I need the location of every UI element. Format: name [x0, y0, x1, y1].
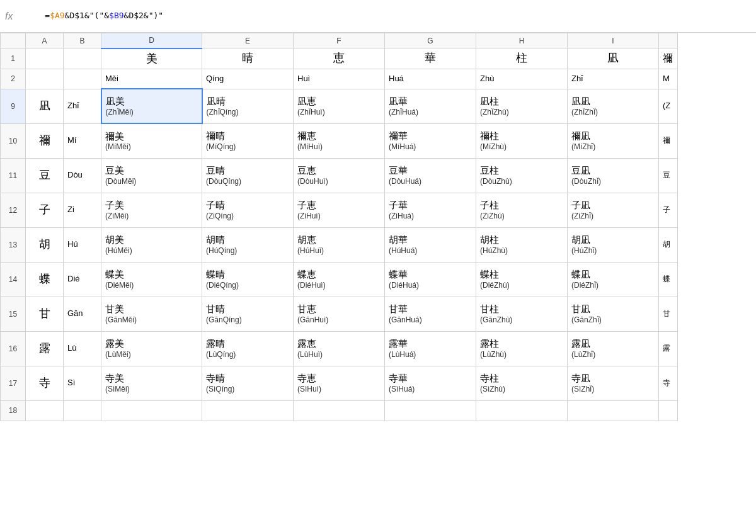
cell-h1[interactable]: 柱: [476, 48, 568, 69]
cell-d10[interactable]: 禰美 (MíMěi): [101, 123, 202, 158]
cell-g1[interactable]: 華: [385, 48, 476, 69]
cell-f2[interactable]: Huì: [294, 69, 385, 89]
cell-a11[interactable]: 豆: [26, 158, 64, 193]
cell-h18[interactable]: [476, 400, 568, 421]
cell-a16[interactable]: 露: [26, 331, 64, 366]
cell-f15[interactable]: 甘恵 (GānHuì): [294, 297, 385, 331]
cell-h17[interactable]: 寺柱 (SìZhù): [476, 366, 568, 400]
col-header-i[interactable]: I: [568, 33, 659, 48]
cell-h9[interactable]: 凪柱 (ZhǐZhù): [476, 89, 568, 123]
cell-d2[interactable]: Měi: [101, 69, 202, 89]
cell-h10[interactable]: 禰柱 (MíZhù): [476, 123, 568, 158]
cell-g2[interactable]: Huá: [385, 69, 476, 89]
cell-i11[interactable]: 豆凪 (DòuZhǐ): [568, 158, 659, 193]
col-header-g[interactable]: G: [385, 33, 476, 48]
cell-b17[interactable]: Sì: [64, 366, 101, 400]
spreadsheet[interactable]: A B D E F G H I 1 美 晴 恵 華 柱 凪: [0, 33, 756, 532]
cell-d17[interactable]: 寺美 (SìMěi): [101, 366, 202, 400]
cell-g17[interactable]: 寺華 (SìHuá): [385, 366, 476, 400]
cell-f18[interactable]: [294, 400, 385, 421]
cell-h16[interactable]: 露柱 (LùZhù): [476, 331, 568, 366]
cell-d11[interactable]: 豆美 (DòuMěi): [101, 158, 202, 193]
cell-b1[interactable]: [64, 48, 101, 69]
cell-e14[interactable]: 蝶晴 (DiéQíng): [202, 262, 294, 297]
cell-a9[interactable]: 凪: [26, 89, 64, 123]
cell-a13[interactable]: 胡: [26, 227, 64, 262]
cell-e11[interactable]: 豆晴 (DòuQíng): [202, 158, 294, 193]
cell-g11[interactable]: 豆華 (DòuHuá): [385, 158, 476, 193]
cell-f11[interactable]: 豆恵 (DòuHuì): [294, 158, 385, 193]
cell-e17[interactable]: 寺晴 (SìQíng): [202, 366, 294, 400]
cell-h11[interactable]: 豆柱 (DòuZhù): [476, 158, 568, 193]
cell-d13[interactable]: 胡美 (HúMěi): [101, 227, 202, 262]
cell-f9[interactable]: 凪恵 (ZhǐHuì): [294, 89, 385, 123]
cell-g10[interactable]: 禰華 (MíHuá): [385, 123, 476, 158]
cell-e9[interactable]: 凪晴 (ZhǐQíng): [202, 89, 294, 123]
col-header-b[interactable]: B: [64, 33, 101, 48]
cell-g9[interactable]: 凪華 (ZhǐHuá): [385, 89, 476, 123]
cell-a1[interactable]: [26, 48, 64, 69]
col-header-h[interactable]: H: [476, 33, 568, 48]
cell-a12[interactable]: 子: [26, 193, 64, 227]
cell-i1[interactable]: 凪: [568, 48, 659, 69]
cell-f1[interactable]: 恵: [294, 48, 385, 69]
cell-e10[interactable]: 禰晴 (MíQíng): [202, 123, 294, 158]
cell-h2[interactable]: Zhù: [476, 69, 568, 89]
cell-e15[interactable]: 甘晴 (GānQíng): [202, 297, 294, 331]
col-header-a[interactable]: A: [26, 33, 64, 48]
cell-e2[interactable]: Qíng: [202, 69, 294, 89]
col-header-d[interactable]: D: [101, 33, 202, 48]
cell-d14[interactable]: 蝶美 (DiéMěi): [101, 262, 202, 297]
cell-b9[interactable]: Zhǐ: [64, 89, 101, 123]
cell-b12[interactable]: Zi: [64, 193, 101, 227]
cell-b10[interactable]: Mí: [64, 123, 101, 158]
cell-g18[interactable]: [385, 400, 476, 421]
cell-h14[interactable]: 蝶柱 (DiéZhù): [476, 262, 568, 297]
cell-f13[interactable]: 胡恵 (HúHuì): [294, 227, 385, 262]
cell-d18[interactable]: [101, 400, 202, 421]
cell-e13[interactable]: 胡晴 (HúQíng): [202, 227, 294, 262]
cell-i14[interactable]: 蝶凪 (DiéZhǐ): [568, 262, 659, 297]
cell-g16[interactable]: 露華 (LùHuá): [385, 331, 476, 366]
cell-d1[interactable]: 美: [101, 48, 202, 69]
cell-a10[interactable]: 禰: [26, 123, 64, 158]
cell-a14[interactable]: 蝶: [26, 262, 64, 297]
cell-f17[interactable]: 寺恵 (SìHuì): [294, 366, 385, 400]
cell-a2[interactable]: [26, 69, 64, 89]
cell-f12[interactable]: 子恵 (ZiHuì): [294, 193, 385, 227]
cell-g14[interactable]: 蝶華 (DiéHuá): [385, 262, 476, 297]
cell-g12[interactable]: 子華 (ZiHuá): [385, 193, 476, 227]
cell-a17[interactable]: 寺: [26, 366, 64, 400]
cell-i2[interactable]: Zhǐ: [568, 69, 659, 89]
cell-d15[interactable]: 甘美 (GānMěi): [101, 297, 202, 331]
cell-i17[interactable]: 寺凪 (SìZhǐ): [568, 366, 659, 400]
cell-f10[interactable]: 禰恵 (MíHuì): [294, 123, 385, 158]
cell-d12[interactable]: 子美 (ZiMěi): [101, 193, 202, 227]
cell-g15[interactable]: 甘華 (GānHuá): [385, 297, 476, 331]
cell-b18[interactable]: [64, 400, 101, 421]
cell-h12[interactable]: 子柱 (ZiZhù): [476, 193, 568, 227]
cell-f14[interactable]: 蝶恵 (DiéHuì): [294, 262, 385, 297]
cell-a15[interactable]: 甘: [26, 297, 64, 331]
col-header-f[interactable]: F: [294, 33, 385, 48]
cell-a18[interactable]: [26, 400, 64, 421]
cell-h13[interactable]: 胡柱 (HúZhù): [476, 227, 568, 262]
cell-e1[interactable]: 晴: [202, 48, 294, 69]
cell-d16[interactable]: 露美 (LùMěi): [101, 331, 202, 366]
cell-e18[interactable]: [202, 400, 294, 421]
cell-i13[interactable]: 胡凪 (HúZhǐ): [568, 227, 659, 262]
cell-i12[interactable]: 子凪 (ZiZhǐ): [568, 193, 659, 227]
cell-b2[interactable]: [64, 69, 101, 89]
cell-i15[interactable]: 甘凪 (GānZhǐ): [568, 297, 659, 331]
cell-i10[interactable]: 禰凪 (MíZhǐ): [568, 123, 659, 158]
cell-e12[interactable]: 子晴 (ZiQíng): [202, 193, 294, 227]
cell-i16[interactable]: 露凪 (LùZhǐ): [568, 331, 659, 366]
cell-e16[interactable]: 露晴 (LùQíng): [202, 331, 294, 366]
cell-i18[interactable]: [568, 400, 659, 421]
cell-b11[interactable]: Dòu: [64, 158, 101, 193]
cell-b15[interactable]: Gān: [64, 297, 101, 331]
cell-h15[interactable]: 甘柱 (GānZhù): [476, 297, 568, 331]
cell-f16[interactable]: 露恵 (LùHuì): [294, 331, 385, 366]
cell-b13[interactable]: Hú: [64, 227, 101, 262]
cell-b16[interactable]: Lù: [64, 331, 101, 366]
